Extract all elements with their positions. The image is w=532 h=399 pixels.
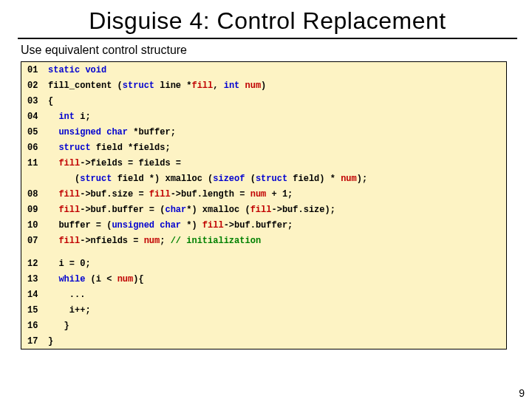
line-number: 12 [27, 259, 48, 268]
code-row: 08 fill->buf.size = fill->buf.length = n… [21, 186, 506, 202]
line-number: 08 [27, 190, 48, 199]
code-row: 06 struct field *fields; [21, 140, 506, 155]
code-text: fill_content (struct line *fill, int num… [48, 81, 266, 90]
code-row: 05 unsigned char *buffer; [21, 124, 506, 140]
line-number: 13 [27, 275, 48, 284]
line-number: 04 [27, 112, 48, 121]
code-row: (struct field *) xmalloc (sizeof (struct… [21, 171, 506, 186]
line-number: 16 [27, 321, 48, 330]
code-text: static void [48, 66, 106, 75]
code-text: buffer = (unsigned char *) fill->buf.buf… [48, 221, 293, 230]
code-text: fill->fields = fields = [48, 159, 181, 168]
line-number: 11 [27, 159, 48, 168]
line-number: 17 [27, 337, 48, 346]
code-row: 15 i++; [21, 302, 506, 318]
line-number: 03 [27, 97, 48, 106]
code-row: 12 i = 0; [21, 256, 506, 271]
code-text: (struct field *) xmalloc (sizeof (struct… [48, 174, 367, 183]
code-row: 17} [21, 333, 506, 349]
code-text: unsigned char *buffer; [48, 128, 176, 137]
code-text: ... [48, 290, 85, 299]
code-text: fill->buf.size = fill->buf.length = num … [48, 190, 293, 199]
slide-subtitle: Use equivalent control structure [21, 44, 517, 57]
code-row: 03{ [21, 93, 506, 109]
code-row: 11 fill->fields = fields = [21, 155, 506, 171]
code-row: 14 ... [21, 287, 506, 302]
line-number: 07 [27, 236, 48, 245]
slide: Disguise 4: Control Replacement Use equi… [0, 7, 532, 399]
code-text: { [48, 97, 53, 106]
line-number: 02 [27, 81, 48, 90]
code-text: i = 0; [48, 259, 91, 268]
code-text: fill->nfields = num; // initialization [48, 236, 261, 245]
code-blank-line [21, 248, 506, 256]
code-text: } [48, 337, 53, 346]
code-row: 01static void [21, 62, 506, 78]
code-listing: 01static void02fill_content (struct line… [21, 61, 507, 349]
code-text: } [48, 321, 69, 330]
code-row: 09 fill->buf.buffer = (char*) xmalloc (f… [21, 202, 506, 217]
code-text: fill->buf.buffer = (char*) xmalloc (fill… [48, 205, 335, 214]
line-number: 15 [27, 306, 48, 315]
code-row: 07 fill->nfields = num; // initializatio… [21, 233, 506, 248]
code-text: i++; [48, 306, 91, 315]
line-number: 01 [27, 66, 48, 75]
code-row: 13 while (i < num){ [21, 271, 506, 287]
code-row: 02fill_content (struct line *fill, int n… [21, 78, 506, 93]
code-text: int i; [48, 112, 91, 121]
slide-title: Disguise 4: Control Replacement [18, 7, 517, 35]
code-row: 10 buffer = (unsigned char *) fill->buf.… [21, 217, 506, 233]
line-number: 09 [27, 205, 48, 214]
code-row: 16 } [21, 318, 506, 333]
code-text: struct field *fields; [48, 143, 171, 152]
line-number: 14 [27, 290, 48, 299]
page-number: 9 [519, 387, 525, 399]
line-number: 05 [27, 128, 48, 137]
line-number: 06 [27, 143, 48, 152]
line-number: 10 [27, 221, 48, 230]
code-row: 04 int i; [21, 109, 506, 124]
code-text: while (i < num){ [48, 275, 144, 284]
title-underline [18, 38, 517, 39]
